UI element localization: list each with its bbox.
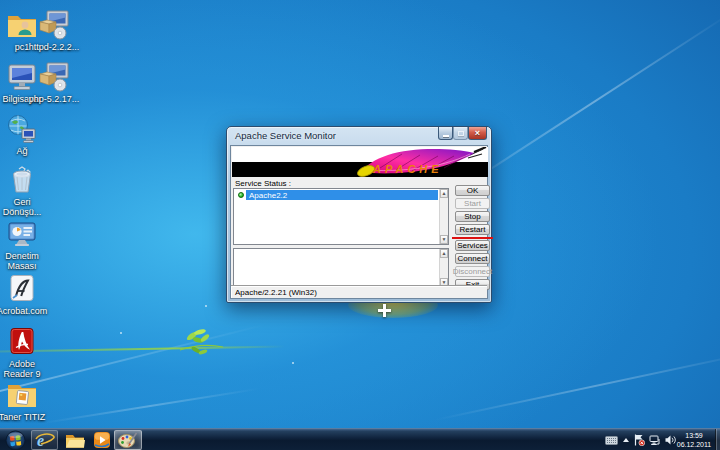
recycle-bin-icon xyxy=(5,163,39,195)
service-state-tile xyxy=(235,190,246,200)
sparkle xyxy=(120,332,122,334)
running-led-icon xyxy=(238,192,244,198)
scrollbar[interactable]: ▲ ▼ xyxy=(439,249,448,287)
desktop-icon-user-folder[interactable]: Taner TITIZ xyxy=(0,378,51,422)
system-tray xyxy=(605,429,676,450)
close-button[interactable]: × xyxy=(468,127,487,140)
scroll-down-icon[interactable]: ▼ xyxy=(440,235,448,244)
icon-label: Ağ xyxy=(0,146,51,156)
light-streak xyxy=(433,351,720,422)
internet-explorer-icon: e xyxy=(35,431,55,449)
service-name: Apache2.2 xyxy=(249,191,287,200)
icon-label: Taner TITIZ xyxy=(0,412,51,422)
icon-label: php-5.2.17... xyxy=(25,94,83,104)
network-globe-icon xyxy=(5,112,39,144)
hidden-icons-chevron-icon[interactable] xyxy=(622,437,630,443)
ok-button[interactable]: OK xyxy=(455,185,490,196)
taskbar-internet-explorer[interactable]: e xyxy=(31,430,58,450)
adobe-reader-icon xyxy=(5,325,39,357)
window-statusbar: Apache/2.2.21 (Win32) xyxy=(231,285,487,298)
restart-button[interactable]: Restart xyxy=(455,224,490,235)
minimize-icon xyxy=(443,135,449,137)
window-titlebar[interactable]: Apache Service Monitor × xyxy=(227,127,491,145)
taskbar-paint-active[interactable] xyxy=(114,430,142,450)
windows-orb-icon xyxy=(5,430,26,450)
maximize-icon xyxy=(458,131,464,136)
icon-label: Adobe Reader 9 xyxy=(0,359,51,379)
apache-banner: APACHE xyxy=(232,147,488,177)
sparkle xyxy=(205,305,207,307)
show-desktop-button[interactable] xyxy=(715,429,720,450)
window-title: Apache Service Monitor xyxy=(235,130,336,141)
desktop-icon-control-panel[interactable]: Denetim Masası xyxy=(0,217,51,271)
window-content: APACHE Se xyxy=(230,145,488,299)
start-button-orb[interactable] xyxy=(3,430,27,450)
media-player-icon xyxy=(93,431,111,449)
icon-label: httpd-2.2.2... xyxy=(25,42,83,52)
desktop: pc1 httpd-2.2.2... xyxy=(0,0,720,450)
action-center-flag-icon[interactable] xyxy=(634,434,645,446)
icon-label: Geri Dönüşü... xyxy=(0,197,51,217)
connect-button[interactable]: Connect xyxy=(455,253,490,264)
desktop-icon-php-installer[interactable]: php-5.2.17... xyxy=(25,60,83,104)
taskbar: e xyxy=(0,428,720,450)
desktop-icon-httpd-installer[interactable]: httpd-2.2.2... xyxy=(25,8,83,52)
taskbar-media-player[interactable] xyxy=(89,430,115,450)
service-status-label: Service Status : xyxy=(235,179,291,188)
desktop-icon-adobe-reader[interactable]: Adobe Reader 9 xyxy=(0,325,51,379)
scrollbar[interactable]: ▲ ▼ xyxy=(439,189,448,244)
folder-icon xyxy=(65,432,85,449)
apache-service-monitor-window: Apache Service Monitor × APACHE xyxy=(226,126,492,303)
taskbar-windows-explorer[interactable] xyxy=(61,430,88,450)
installer-icon xyxy=(37,8,71,40)
scroll-up-icon[interactable]: ▲ xyxy=(440,249,448,258)
light-streak xyxy=(41,388,259,424)
desktop-icon-recycle-bin[interactable]: Geri Dönüşü... xyxy=(0,163,51,217)
acrobat-icon xyxy=(5,272,39,304)
taskbar-clock[interactable]: 13:59 06.12.2011 xyxy=(674,431,714,449)
folder-with-photo-icon xyxy=(5,378,39,410)
desktop-icon-network[interactable]: Ağ xyxy=(0,112,51,156)
scroll-up-icon[interactable]: ▲ xyxy=(440,189,448,198)
icon-label: Acrobat.com xyxy=(0,306,51,316)
leaf-sprig-decoration xyxy=(178,324,224,358)
paint-palette-icon xyxy=(118,432,138,449)
keyboard-tray-icon[interactable] xyxy=(605,436,618,445)
close-icon: × xyxy=(475,129,480,138)
installer-icon xyxy=(37,60,71,92)
clock-time: 13:59 xyxy=(674,431,714,440)
services-button[interactable]: Services xyxy=(455,240,490,251)
network-tray-icon[interactable] xyxy=(649,435,661,446)
disconnect-button: Disconnect xyxy=(455,266,490,277)
clock-date: 06.12.2011 xyxy=(674,440,714,449)
stop-button[interactable]: Stop xyxy=(455,211,490,222)
sparkle xyxy=(292,362,294,364)
control-panel-icon xyxy=(5,217,39,249)
maximize-button xyxy=(453,127,468,140)
desktop-icon-acrobat-com[interactable]: Acrobat.com xyxy=(0,272,51,316)
log-list[interactable]: ▲ ▼ xyxy=(233,248,449,288)
apache-logo-text: APACHE xyxy=(373,163,443,175)
start-button: Start xyxy=(455,198,490,209)
minimize-button[interactable] xyxy=(438,127,453,140)
restart-annotation-underline xyxy=(452,237,493,240)
service-list[interactable]: Apache2.2 ▲ ▼ xyxy=(233,188,449,245)
service-row-selected[interactable]: Apache2.2 xyxy=(235,190,438,200)
icon-label: Denetim Masası xyxy=(0,251,51,271)
